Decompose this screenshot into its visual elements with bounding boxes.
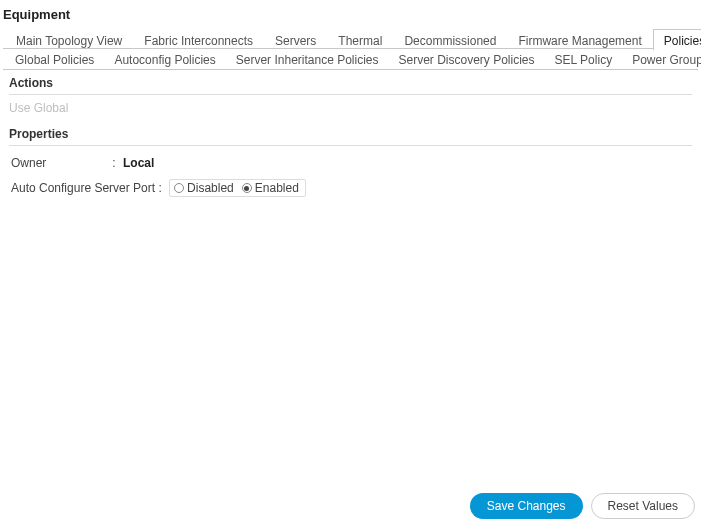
owner-label: Owner [9, 156, 109, 170]
radio-disabled[interactable]: Disabled [174, 181, 234, 195]
auto-configure-row: Auto Configure Server Port : Disabled En… [9, 177, 692, 199]
sub-tabs: Global Policies Autoconfig Policies Serv… [3, 49, 698, 70]
auto-configure-radio-group: Disabled Enabled [169, 179, 306, 197]
page-title: Equipment [3, 5, 698, 28]
tab-main-topology-view[interactable]: Main Topology View [5, 29, 133, 50]
save-changes-button[interactable]: Save Changes [470, 493, 583, 519]
footer: Save Changes Reset Values [0, 489, 695, 523]
radio-enabled-circle [242, 183, 252, 193]
radio-disabled-circle [174, 183, 184, 193]
subtab-power-groups[interactable]: Power Groups [622, 49, 701, 70]
top-tabs: Main Topology View Fabric Interconnects … [3, 28, 698, 49]
radio-disabled-label: Disabled [187, 181, 234, 195]
radio-enabled[interactable]: Enabled [242, 181, 299, 195]
auto-configure-label: Auto Configure Server Port [9, 181, 155, 195]
subtab-global-policies[interactable]: Global Policies [5, 49, 104, 70]
tab-policies[interactable]: Policies [653, 29, 701, 50]
subtab-autoconfig-policies[interactable]: Autoconfig Policies [104, 49, 225, 70]
use-global-action: Use Global [9, 95, 692, 125]
reset-values-button[interactable]: Reset Values [591, 493, 695, 519]
tab-firmware-management[interactable]: Firmware Management [507, 29, 652, 50]
radio-enabled-label: Enabled [255, 181, 299, 195]
subtab-server-inheritance-policies[interactable]: Server Inheritance Policies [226, 49, 389, 70]
actions-header: Actions [9, 74, 692, 95]
subtab-sel-policy[interactable]: SEL Policy [545, 49, 623, 70]
tab-decommissioned[interactable]: Decommissioned [393, 29, 507, 50]
owner-row: Owner : Local [9, 152, 692, 174]
properties-header: Properties [9, 125, 692, 146]
owner-value: Local [119, 156, 154, 170]
tab-servers[interactable]: Servers [264, 29, 327, 50]
tab-fabric-interconnects[interactable]: Fabric Interconnects [133, 29, 264, 50]
tab-thermal[interactable]: Thermal [327, 29, 393, 50]
subtab-server-discovery-policies[interactable]: Server Discovery Policies [389, 49, 545, 70]
